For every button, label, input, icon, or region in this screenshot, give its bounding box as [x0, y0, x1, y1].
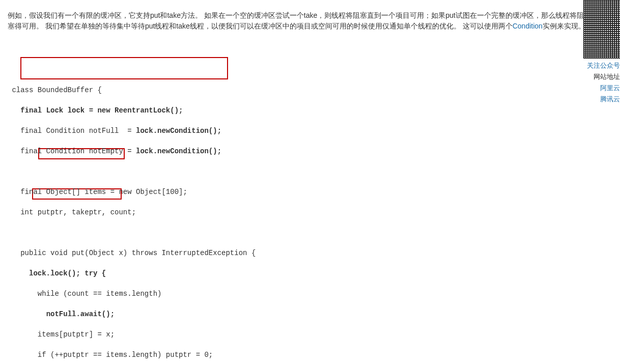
code-line: if (++putptr == items.length) putptr = 0…	[8, 350, 612, 360]
intro-text-2: 得可用。 我们希望在单独的等待集中等待put线程和take线程，以便我们可以在缓…	[15, 22, 513, 30]
code-line: final Condition notFull = lock.newCondit…	[8, 126, 612, 136]
sidebar-site-label: 网站地址	[582, 71, 620, 82]
code-line: items[putptr] = x;	[8, 329, 612, 340]
code-line	[8, 166, 612, 177]
code-line: lock.lock(); try {	[8, 268, 612, 278]
sidebar-follow-link[interactable]: 关注公众号	[582, 60, 620, 71]
condition-link[interactable]: Condition	[513, 22, 543, 30]
highlight-box-conditions	[20, 57, 228, 79]
sidebar-tencent-link[interactable]: 腾讯云	[582, 94, 620, 105]
intro-paragraph: 例如，假设我们有一个有限的缓冲区，它支持put和take方法。 如果在一个空的缓…	[8, 10, 585, 32]
code-line: while (count == items.length)	[8, 289, 612, 299]
code-line: class BoundedBuffer {	[8, 85, 612, 95]
intro-text-3: 实例来实现。	[543, 22, 585, 30]
code-line: final Condition notEmpty = lock.newCondi…	[8, 146, 612, 156]
qr-code-icon[interactable]	[583, 0, 620, 59]
code-line: int putptr, takeptr, count;	[8, 207, 612, 217]
code-block: class BoundedBuffer { final Lock lock = …	[8, 44, 612, 364]
sidebar-aliyun-link[interactable]: 阿里云	[582, 82, 620, 94]
code-line: final Object[] items = new Object[100];	[8, 187, 612, 197]
code-line: notFull.await();	[8, 309, 612, 319]
code-line: final Lock lock = new ReentrantLock();	[8, 105, 612, 116]
sidebar: 关注公众号 网站地址 阿里云 腾讯云	[582, 0, 620, 105]
main-content: 例如，假设我们有一个有限的缓冲区，它支持put和take方法。 如果在一个空的缓…	[0, 0, 620, 364]
code-line: public void put(Object x) throws Interru…	[8, 248, 612, 258]
code-line	[8, 228, 612, 238]
